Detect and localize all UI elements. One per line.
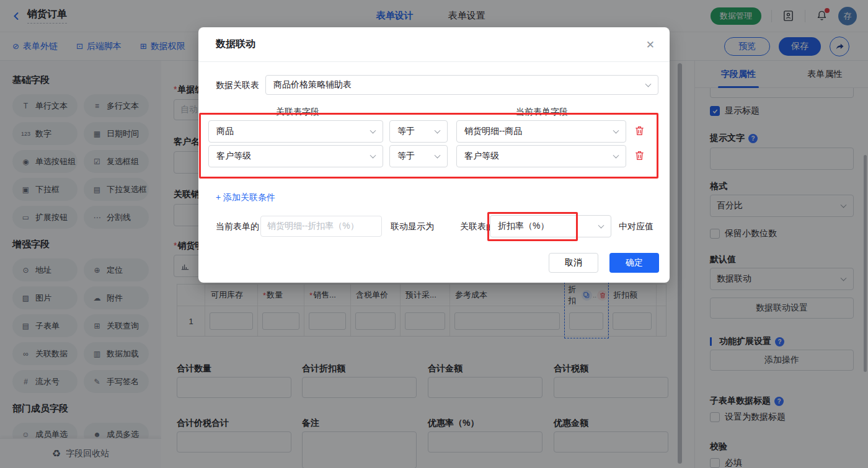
chevron-down-icon <box>613 128 619 134</box>
chevron-down-icon <box>370 128 376 134</box>
select-value: 等于 <box>397 126 415 137</box>
close-icon[interactable]: ✕ <box>646 38 655 51</box>
form-designer-page: 销货订单 表单设计 表单设置 数据管理 存 ⊘ 表单外链 ⊡ 后端脚本 <box>0 0 868 468</box>
plus-icon: + <box>216 192 221 202</box>
delete-condition2-icon[interactable] <box>635 151 644 162</box>
select-value: 商品价格策略辅助表 <box>273 79 352 91</box>
chevron-down-icon <box>435 152 441 159</box>
delete-condition1-icon[interactable] <box>635 126 644 138</box>
select-value: 客户等级 <box>216 151 251 162</box>
condition2-target-select[interactable]: 客户等级 <box>456 145 626 167</box>
modal-title: 数据联动 <box>216 38 255 51</box>
modal-header: 数据联动 ✕ <box>198 27 670 62</box>
column-header-left: 关联表字段 <box>211 107 384 118</box>
add-condition-link[interactable]: + 添加关联条件 <box>216 192 275 203</box>
column-header-right: 当前表单字段 <box>458 107 626 118</box>
select-value: 客户等级 <box>464 151 499 162</box>
confirm-button[interactable]: 确定 <box>609 253 659 273</box>
sentence-prefix: 当前表单的 <box>216 221 259 232</box>
chevron-down-icon <box>645 81 652 87</box>
select-value: 商品 <box>216 126 234 137</box>
disabled-value: 销货明细--折扣率（%） <box>267 221 359 232</box>
select-value: 等于 <box>397 151 415 162</box>
select-value: 销货明细--商品 <box>464 126 522 137</box>
relation-table-label: 数据关联表 <box>216 80 259 91</box>
chevron-down-icon <box>435 128 441 134</box>
cancel-button[interactable]: 取消 <box>549 253 598 273</box>
linkage-value-select[interactable]: 折扣率（%） <box>490 215 611 237</box>
chevron-down-icon <box>613 152 619 159</box>
data-linkage-modal: 数据联动 ✕ 数据关联表 商品价格策略辅助表 关联表字段 当前表单字段 商品 等… <box>198 27 670 283</box>
sentence-suffix: 中对应值 <box>619 221 653 232</box>
condition1-operator-select[interactable]: 等于 <box>389 120 448 143</box>
condition2-field-select[interactable]: 客户等级 <box>208 145 383 167</box>
condition1-field-select[interactable]: 商品 <box>208 120 383 143</box>
relation-table-select[interactable]: 商品价格策略辅助表 <box>265 75 658 95</box>
select-value: 折扣率（%） <box>498 221 549 232</box>
sentence-middle: 联动显示为 <box>391 221 434 232</box>
condition1-target-select[interactable]: 销货明细--商品 <box>456 120 626 143</box>
chevron-down-icon <box>370 152 376 159</box>
condition2-operator-select[interactable]: 等于 <box>389 145 448 167</box>
chevron-down-icon <box>598 223 604 229</box>
source-field-input-disabled: 销货明细--折扣率（%） <box>260 216 382 237</box>
add-condition-label: 添加关联条件 <box>223 192 275 202</box>
